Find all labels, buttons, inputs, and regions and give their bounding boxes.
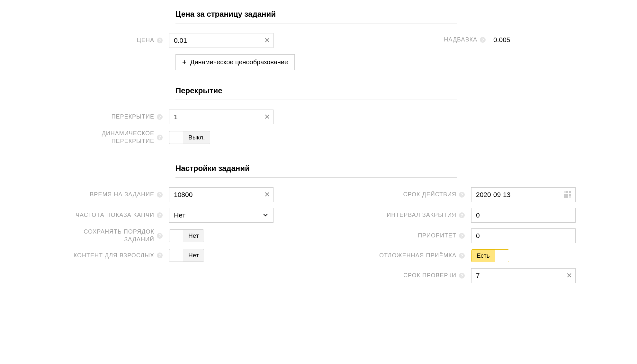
clear-icon[interactable]: ✕ <box>264 191 270 198</box>
clear-icon[interactable]: ✕ <box>566 272 572 279</box>
overlap-label: ПЕРЕКРЫТИЕ <box>112 113 154 120</box>
priority-input-wrapper <box>471 228 576 243</box>
section-header-tasks: Настройки заданий <box>175 164 457 178</box>
surcharge-label: НАДБАВКА <box>444 36 477 43</box>
calendar-icon[interactable] <box>564 191 571 198</box>
plus-icon: + <box>182 59 186 66</box>
toggle-label: Выкл. <box>183 131 210 144</box>
review-period-input[interactable] <box>471 269 575 283</box>
help-icon[interactable]: ? <box>459 233 465 239</box>
keep-order-label-1: СОХРАНЯТЬ ПОРЯДОК <box>84 228 154 235</box>
close-interval-input-wrapper <box>471 208 576 223</box>
price-label: ЦЕНА <box>137 37 154 44</box>
time-label: ВРЕМЯ НА ЗАДАНИЕ <box>90 191 154 198</box>
help-icon[interactable]: ? <box>157 212 163 218</box>
price-input[interactable] <box>169 33 273 48</box>
add-dynamic-pricing-label: Динамическое ценообразование <box>190 58 288 66</box>
expiry-label: СРОК ДЕЙСТВИЯ <box>403 191 456 198</box>
toggle-label: Есть <box>471 250 495 262</box>
keep-order-toggle[interactable]: Нет <box>169 229 204 242</box>
help-icon[interactable]: ? <box>157 192 163 198</box>
close-interval-label: ИНТЕРВАЛ ЗАКРЫТИЯ <box>387 212 456 219</box>
close-interval-input[interactable] <box>471 208 575 222</box>
overlap-input-wrapper: ✕ <box>169 110 274 124</box>
dynamic-overlap-toggle[interactable]: Выкл. <box>169 131 210 144</box>
add-dynamic-pricing-button[interactable]: + Динамическое ценообразование <box>175 54 295 70</box>
expiry-input-wrapper <box>471 187 576 202</box>
dynamic-overlap-label-2: ПЕРЕКРЫТИЕ <box>112 138 154 145</box>
delayed-accept-label: ОТЛОЖЕННАЯ ПРИЁМКА <box>379 252 456 259</box>
help-icon[interactable]: ? <box>459 192 465 198</box>
help-icon[interactable]: ? <box>157 114 163 120</box>
clear-icon[interactable]: ✕ <box>264 37 270 44</box>
help-icon[interactable]: ? <box>459 253 465 259</box>
delayed-accept-toggle[interactable]: Есть <box>471 249 509 262</box>
help-icon[interactable]: ? <box>157 253 163 258</box>
priority-input[interactable] <box>471 229 575 243</box>
adult-label: КОНТЕНТ ДЛЯ ВЗРОСЛЫХ <box>74 252 154 259</box>
adult-content-toggle[interactable]: Нет <box>169 249 204 262</box>
toggle-knob <box>495 250 509 262</box>
toggle-label: Нет <box>183 249 204 262</box>
dynamic-overlap-label-1: ДИНАМИЧЕСКОЕ <box>102 130 154 137</box>
help-icon[interactable]: ? <box>157 233 163 239</box>
review-period-label: СРОК ПРОВЕРКИ <box>403 272 456 279</box>
toggle-label: Нет <box>183 230 204 242</box>
review-period-input-wrapper: ✕ <box>471 268 576 283</box>
overlap-input[interactable] <box>169 110 273 124</box>
section-header-overlap: Перекрытие <box>175 86 457 100</box>
captcha-label: ЧАСТОТА ПОКАЗА КАПЧИ <box>76 212 154 219</box>
time-input-wrapper: ✕ <box>169 187 274 202</box>
help-icon[interactable]: ? <box>459 212 465 218</box>
chevron-down-icon <box>263 211 268 219</box>
help-icon[interactable]: ? <box>480 37 486 43</box>
help-icon[interactable]: ? <box>157 38 163 43</box>
clear-icon[interactable]: ✕ <box>264 113 270 120</box>
help-icon[interactable]: ? <box>459 273 465 279</box>
priority-label: ПРИОРИТЕТ <box>418 232 456 239</box>
time-input[interactable] <box>169 188 273 202</box>
section-header-price: Цена за страницу заданий <box>175 10 457 23</box>
surcharge-value: 0.005 <box>492 36 510 44</box>
price-input-wrapper: ✕ <box>169 33 274 48</box>
toggle-knob <box>169 230 183 242</box>
help-icon[interactable]: ? <box>157 135 163 140</box>
keep-order-label-2: ЗАДАНИЙ <box>124 236 154 243</box>
captcha-select-value: Нет <box>174 211 185 219</box>
expiry-date-input[interactable] <box>471 188 575 202</box>
toggle-knob <box>169 131 183 144</box>
captcha-select[interactable]: Нет <box>169 208 274 223</box>
toggle-knob <box>169 249 183 262</box>
